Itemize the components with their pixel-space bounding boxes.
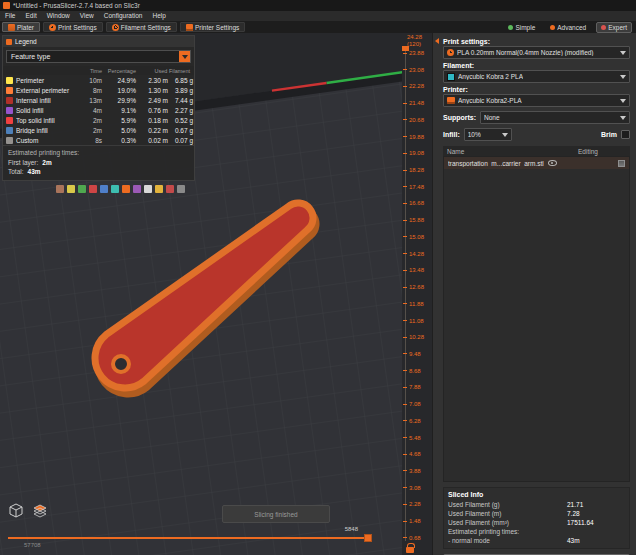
- menu-item[interactable]: File: [0, 11, 20, 21]
- shells-icon[interactable]: [144, 185, 152, 193]
- filament-label: Filament:: [443, 62, 630, 69]
- legend-row[interactable]: Perimeter 10m 24.9% 2.30 m 6.85 g: [3, 75, 194, 85]
- tick-mark: [403, 53, 407, 54]
- feature-color-chip: [6, 117, 13, 124]
- legend-row[interactable]: Bridge infill 2m 5.0% 0.22 m 0.67 g: [3, 125, 194, 135]
- tick-label: 12.68: [409, 284, 424, 290]
- feature-used-g: 6.85 g: [168, 77, 193, 84]
- supports-select[interactable]: None: [480, 111, 630, 124]
- legend-row[interactable]: Custom 8s 0.3% 0.02 m 0.07 g: [3, 135, 194, 145]
- layer-tick: 15.88: [403, 217, 432, 223]
- tick-mark: [403, 470, 407, 471]
- chevron-down-icon: [620, 99, 626, 103]
- sidebar: Print settings: PLA 0.20mm Normal(0.4mm …: [432, 33, 636, 555]
- feature-used-m: 0.22 m: [136, 127, 168, 134]
- legend-toggle-icon[interactable]: [166, 185, 174, 193]
- object-name: transportation_m...carrier_arm.stl: [448, 160, 544, 167]
- print-settings-select[interactable]: PLA 0.20mm Normal(0.4mm Nozzle) (modifie…: [443, 46, 630, 59]
- feature-time: 10m: [80, 77, 102, 84]
- tab[interactable]: Plater: [2, 22, 40, 32]
- legend-row[interactable]: Solid infill 4m 9.1% 0.76 m 2.27 g: [3, 105, 194, 115]
- feature-used-m: 2.30 m: [136, 77, 168, 84]
- filament-select[interactable]: Anycubic Kobra 2 PLA: [443, 70, 630, 83]
- layer-tick: 16.68: [403, 200, 432, 206]
- infill-select[interactable]: 10%: [464, 128, 512, 141]
- view-options-icon[interactable]: [177, 185, 185, 193]
- tick-mark: [403, 420, 407, 421]
- tab[interactable]: Filament Settings: [106, 22, 177, 32]
- tick-label: 8.68: [409, 368, 421, 374]
- legend-row[interactable]: External perimeter 8m 19.0% 1.30 m 3.89 …: [3, 85, 194, 95]
- horizontal-moves-slider[interactable]: 5848: [8, 533, 372, 543]
- tick-label: 9.48: [409, 351, 421, 357]
- layer-tick: 22.28: [403, 83, 432, 89]
- tick-mark: [403, 353, 407, 354]
- color-changes-icon[interactable]: [111, 185, 119, 193]
- feature-color-chip: [6, 107, 13, 114]
- layer-tick: 20.68: [403, 117, 432, 123]
- feature-used-m: 0.02 m: [136, 137, 168, 144]
- pause-prints-icon[interactable]: [122, 185, 130, 193]
- mode-toggle-option[interactable]: Expert: [596, 22, 632, 33]
- menu-item[interactable]: Help: [147, 11, 170, 21]
- sliced-info-row: Used Filament (mm³) 17511.64: [448, 518, 625, 527]
- brim-checkbox[interactable]: [621, 130, 630, 139]
- layer-tick: 14.28: [403, 251, 432, 257]
- visibility-eye-icon[interactable]: [548, 160, 557, 166]
- total-time: Total:43m: [8, 167, 189, 176]
- layer-tick: 19.08: [403, 150, 432, 156]
- tick-label: 11.08: [409, 318, 424, 324]
- tick-mark: [403, 337, 407, 338]
- tab[interactable]: Printer Settings: [180, 22, 245, 32]
- menu-item[interactable]: Configuration: [99, 11, 148, 21]
- menu-item[interactable]: Edit: [20, 11, 41, 21]
- layer-tick: 7.88: [403, 384, 432, 390]
- travel-icon[interactable]: [56, 185, 64, 193]
- layer-slider[interactable]: 24.28 (120) 23.88 23.08 22.28: [402, 33, 432, 555]
- tick-mark: [403, 69, 407, 70]
- mode-toggle-option[interactable]: Simple: [503, 22, 540, 33]
- printer-icon: [447, 97, 455, 104]
- retractions-icon[interactable]: [67, 185, 75, 193]
- layer-tick: 5.48: [403, 435, 432, 441]
- legend-row[interactable]: Internal infill 13m 29.9% 2.49 m 7.44 g: [3, 95, 194, 105]
- feature-used-g: 3.89 g: [168, 87, 193, 94]
- legend-row[interactable]: Top solid infill 2m 5.9% 0.18 m 0.52 g: [3, 115, 194, 125]
- collapse-sidebar-icon[interactable]: [435, 38, 439, 44]
- brim-label: Brim: [601, 131, 617, 138]
- layer-tick: 8.68: [403, 368, 432, 374]
- tick-mark: [403, 487, 407, 488]
- current-layer-height: 24.28: [407, 34, 422, 41]
- infill-label: Infill:: [443, 131, 460, 138]
- editing-icon[interactable]: [618, 160, 625, 167]
- moves-slider-handle[interactable]: [364, 534, 372, 542]
- tab-icon: [49, 24, 56, 31]
- mode-dot-icon: [508, 25, 513, 30]
- deretractions-icon[interactable]: [78, 185, 86, 193]
- menu-item[interactable]: Window: [42, 11, 75, 21]
- tool-changes-icon[interactable]: [100, 185, 108, 193]
- menu-item[interactable]: View: [75, 11, 99, 21]
- tab[interactable]: Print Settings: [43, 22, 103, 32]
- feature-used-m: 2.49 m: [136, 97, 168, 104]
- mode-dot-icon: [601, 25, 606, 30]
- gcode-preview-viewport[interactable]: Legend Feature type Time Percentage Used…: [0, 33, 402, 555]
- feature-type-select[interactable]: Feature type: [6, 50, 191, 63]
- moves-slider-track[interactable]: [8, 537, 372, 539]
- tick-mark: [403, 136, 407, 137]
- printer-select[interactable]: Anycubic Kobra2-PLA: [443, 94, 630, 107]
- seams-icon[interactable]: [89, 185, 97, 193]
- layer-tick: 17.48: [403, 184, 432, 190]
- custom-gcodes-icon[interactable]: [133, 185, 141, 193]
- tick-mark: [403, 437, 407, 438]
- tick-label: 0.68: [409, 535, 421, 541]
- feature-time: 2m: [80, 117, 102, 124]
- tool-marker-icon[interactable]: [155, 185, 163, 193]
- preview-layers-icon[interactable]: [30, 501, 50, 521]
- editor-view-cube-icon[interactable]: [6, 501, 26, 521]
- lock-icon[interactable]: [406, 547, 414, 553]
- tab-icon: [112, 24, 119, 31]
- feature-time: 8m: [80, 87, 102, 94]
- object-list-item[interactable]: transportation_m...carrier_arm.stl: [444, 157, 629, 169]
- mode-toggle-option[interactable]: Advanced: [545, 22, 591, 33]
